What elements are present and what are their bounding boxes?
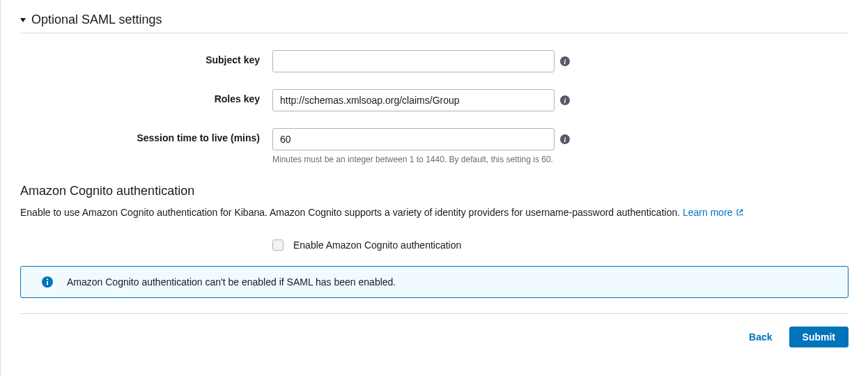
info-icon[interactable]: i — [560, 56, 570, 66]
submit-button[interactable]: Submit — [789, 327, 848, 347]
session-ttl-label: Session time to live (mins) — [20, 128, 272, 143]
caret-down-icon — [20, 18, 26, 22]
optional-saml-settings-title: Optional SAML settings — [31, 13, 162, 27]
enable-cognito-label: Enable Amazon Cognito authentication — [293, 240, 461, 251]
roles-key-input[interactable] — [272, 89, 555, 111]
info-icon[interactable]: i — [560, 134, 570, 144]
session-ttl-help: Minutes must be an integer between 1 to … — [272, 155, 570, 164]
roles-key-label: Roles key — [20, 89, 272, 104]
cognito-section-description: Enable to use Amazon Cognito authenticat… — [20, 207, 848, 219]
divider — [20, 313, 848, 314]
svg-rect-1 — [47, 281, 48, 285]
roles-key-row: Roles key i — [20, 89, 848, 111]
info-box-icon — [42, 276, 53, 288]
svg-point-2 — [47, 279, 48, 280]
learn-more-link[interactable]: Learn more — [683, 207, 744, 218]
external-link-icon — [736, 207, 744, 219]
optional-saml-settings-header[interactable]: Optional SAML settings — [20, 10, 848, 33]
info-icon[interactable]: i — [560, 95, 570, 105]
back-button[interactable]: Back — [742, 327, 779, 347]
subject-key-input[interactable] — [272, 50, 555, 72]
cognito-info-box: Amazon Cognito authentication can't be e… — [20, 266, 848, 298]
cognito-section-title: Amazon Cognito authentication — [20, 184, 848, 198]
session-ttl-input[interactable] — [272, 128, 555, 150]
enable-cognito-checkbox[interactable] — [272, 240, 284, 251]
subject-key-label: Subject key — [20, 50, 272, 65]
cognito-info-message: Amazon Cognito authentication can't be e… — [67, 276, 396, 288]
subject-key-row: Subject key i — [20, 50, 848, 72]
cognito-description-text: Enable to use Amazon Cognito authenticat… — [20, 207, 683, 218]
session-ttl-row: Session time to live (mins) i Minutes mu… — [20, 128, 848, 164]
